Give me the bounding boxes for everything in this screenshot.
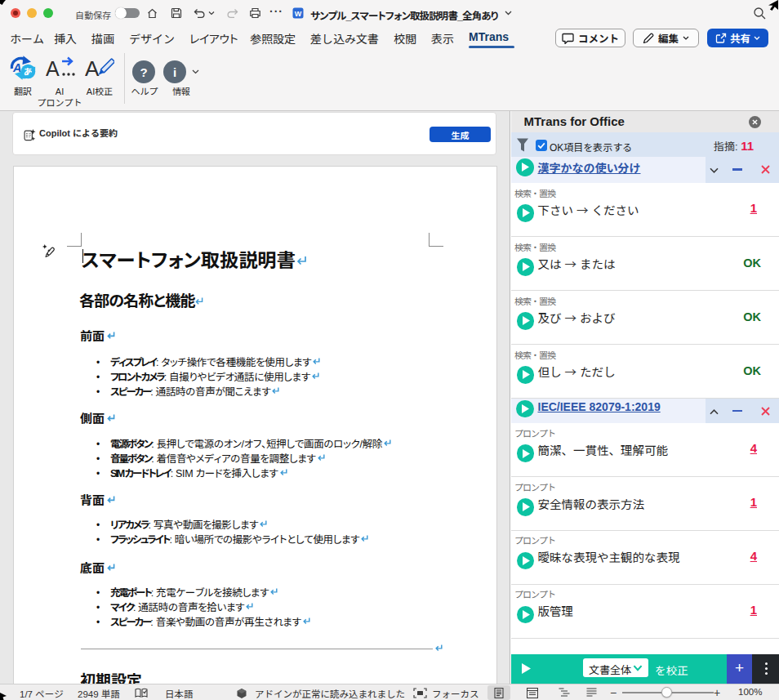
svg-text:W: W: [295, 10, 302, 18]
svg-text:A: A: [12, 61, 21, 74]
svg-text:A: A: [46, 57, 60, 80]
svg-text:A: A: [85, 56, 100, 81]
